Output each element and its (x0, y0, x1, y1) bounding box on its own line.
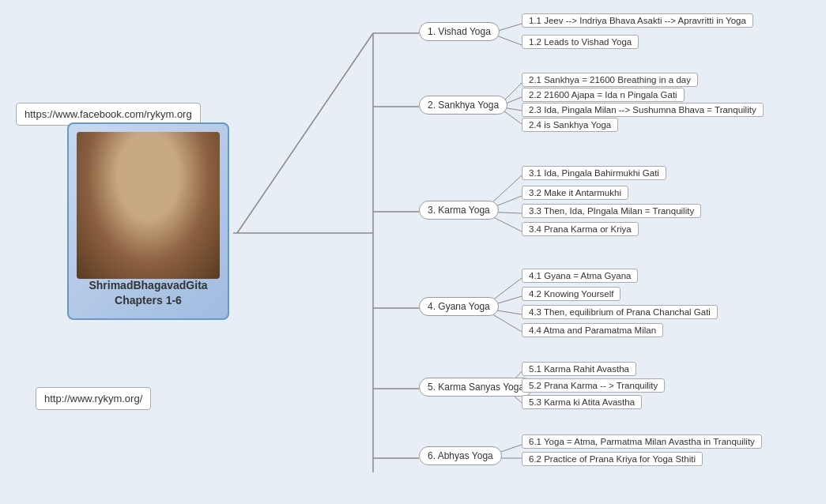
leaf-3-4: 3.4 Prana Karma or Kriya (522, 222, 639, 236)
leaf-1-1: 1.1 Jeev --> Indriya Bhava Asakti --> Ap… (522, 13, 753, 28)
leaf-6-2: 6.2 Practice of Prana Kriya for Yoga Sth… (522, 452, 703, 466)
leaf-2-3: 2.3 Ida, Pingala Milan --> Sushumna Bhav… (522, 103, 764, 117)
portrait-image (77, 132, 220, 279)
leaf-2-2: 2.2 21600 Ajapa = Ida n Pingala Gati (522, 88, 685, 102)
leaf-4-4: 4.4 Atma and Paramatma Milan (522, 323, 663, 337)
chapter-1-node: 1. Vishad Yoga (419, 22, 500, 41)
chapter-4-node: 4. Gyana Yoga (419, 297, 499, 316)
leaf-5-1: 5.1 Karma Rahit Avastha (522, 362, 636, 376)
chapter-3-node: 3. Karma Yoga (419, 201, 499, 220)
portrait-label: ShrimadBhagavadGita Chapters 1-6 (89, 278, 207, 309)
portrait-box: ShrimadBhagavadGita Chapters 1-6 (67, 122, 229, 320)
svg-line-9 (237, 33, 373, 233)
leaf-4-3: 4.3 Then, equilibrium of Prana Chanchal … (522, 305, 718, 319)
leaf-4-2: 4.2 Knowing Yourself (522, 287, 620, 301)
leaf-6-1: 6.1 Yoga = Atma, Parmatma Milan Avastha … (522, 434, 762, 449)
leaf-3-3: 3.3 Then, Ida, PIngala Milan = Tranquili… (522, 204, 701, 218)
leaf-3-2: 3.2 Make it Antarmukhi (522, 186, 628, 200)
website-link[interactable]: http://www.rykym.org/ (36, 387, 151, 410)
chapter-6-node: 6. Abhyas Yoga (419, 446, 502, 465)
leaf-2-1: 2.1 Sankhya = 21600 Breathing in a day (522, 73, 698, 87)
leaf-4-1: 4.1 Gyana = Atma Gyana (522, 269, 638, 283)
leaf-5-2: 5.2 Prana Karma -- > Tranquility (522, 378, 665, 393)
leaf-5-3: 5.3 Karma ki Atita Avastha (522, 395, 642, 409)
leaf-3-1: 3.1 Ida, Pingala Bahirmukhi Gati (522, 166, 666, 180)
leaf-2-4: 2.4 is Sankhya Yoga (522, 118, 618, 132)
leaf-1-2: 1.2 Leads to Vishad Yoga (522, 35, 639, 49)
chapter-2-node: 2. Sankhya Yoga (419, 96, 507, 115)
chapter-5-node: 5. Karma Sanyas Yoga (419, 378, 533, 397)
